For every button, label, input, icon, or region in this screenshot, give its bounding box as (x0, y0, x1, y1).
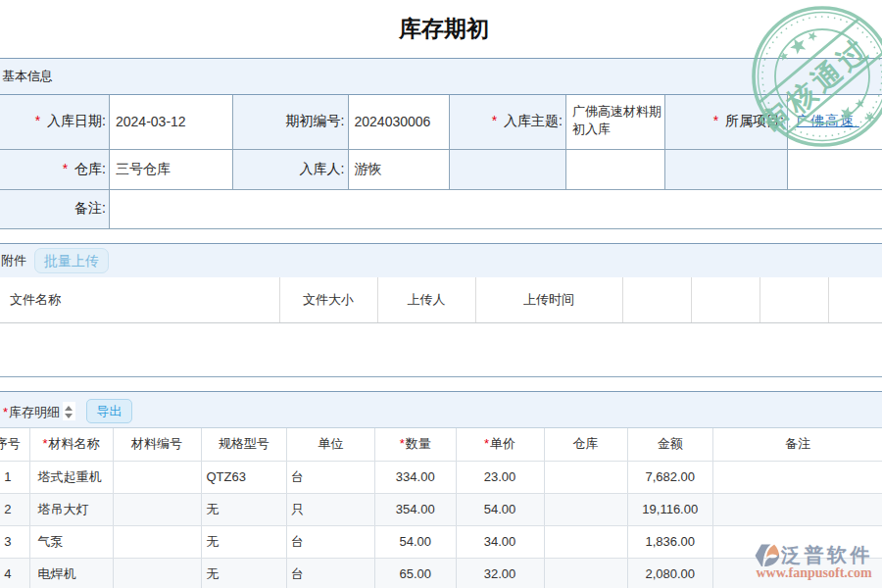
svg-text:泛普软件: 泛普软件 (780, 544, 873, 565)
svg-text:www.fanpusoft.com: www.fanpusoft.com (757, 565, 873, 580)
